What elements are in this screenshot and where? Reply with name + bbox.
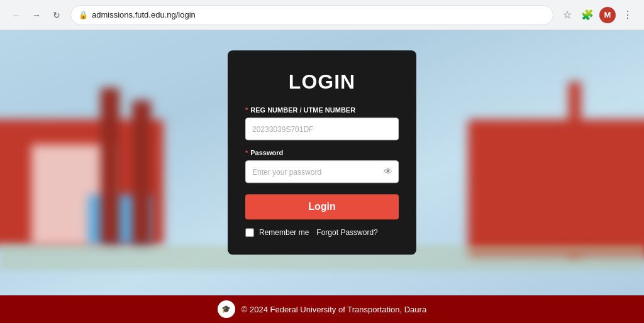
bookmark-button[interactable]: ☆ [558,6,576,24]
main-content: LOGIN * REG NUMBER / UTME NUMBER * Passw… [0,30,644,295]
refresh-button[interactable]: ↻ [48,6,65,24]
forgot-password-link[interactable]: Forgot Password? [316,228,377,237]
bg-right-bar [569,82,581,258]
remember-me-label: Remember me [259,228,309,237]
footer-copyright: © 2024 Federal University of Transportat… [242,305,426,314]
reg-number-input[interactable] [245,118,399,140]
address-bar[interactable]: 🔒 admissions.futd.edu.ng/login [70,5,553,25]
reg-required-star: * [245,106,248,114]
footer-logo: 🎓 [218,300,235,318]
profile-avatar: M [599,7,616,23]
footer: 🎓 © 2024 Federal University of Transport… [0,295,644,323]
password-input[interactable] [245,160,399,183]
bg-right-red [468,119,644,258]
login-title: LOGIN [245,70,399,94]
remember-me-checkbox[interactable] [245,228,254,237]
nav-buttons: ← → ↻ [8,6,65,24]
password-wrapper: 👁 [245,160,399,183]
login-card: LOGIN * REG NUMBER / UTME NUMBER * Passw… [228,50,416,255]
login-button[interactable]: Login [245,194,399,219]
forward-button[interactable]: → [28,6,45,24]
browser-chrome: ← → ↻ 🔒 admissions.futd.edu.ng/login ☆ 🧩… [0,0,644,30]
url-text: admissions.futd.edu.ng/login [92,10,196,19]
extensions-button[interactable]: 🧩 [579,6,596,24]
bg-left-column2 [132,101,151,245]
profile-button[interactable]: M [599,6,616,24]
menu-button[interactable]: ⋮ [619,6,636,24]
reg-label: * REG NUMBER / UTME NUMBER [245,106,399,114]
bg-left-column [101,88,119,245]
browser-actions: ☆ 🧩 M ⋮ [558,6,636,24]
back-button[interactable]: ← [8,6,25,24]
bottom-row: Remember me Forgot Password? [245,228,399,237]
toggle-password-icon[interactable]: 👁 [384,167,392,177]
lock-icon: 🔒 [79,11,88,19]
password-required-star: * [245,149,248,156]
password-label: * Password [245,149,399,156]
